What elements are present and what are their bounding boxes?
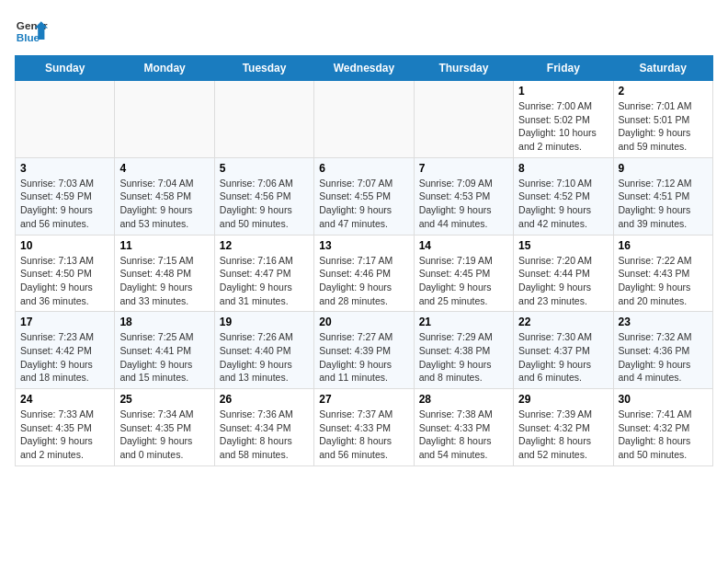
day-number: 4 <box>119 162 209 175</box>
calendar-day-cell: 29Sunrise: 7:39 AM Sunset: 4:32 PM Dayli… <box>514 389 613 466</box>
day-info: Sunrise: 7:34 AM Sunset: 4:35 PM Dayligh… <box>119 408 209 462</box>
day-number: 26 <box>220 393 309 406</box>
day-number: 1 <box>518 85 608 98</box>
svg-text:Blue: Blue <box>17 31 40 43</box>
calendar-day-cell: 11Sunrise: 7:15 AM Sunset: 4:48 PM Dayli… <box>115 235 214 312</box>
day-info: Sunrise: 7:00 AM Sunset: 5:02 PM Dayligh… <box>518 99 608 154</box>
calendar-day-cell: 26Sunrise: 7:36 AM Sunset: 4:34 PM Dayli… <box>214 389 313 466</box>
calendar-day-cell: 28Sunrise: 7:38 AM Sunset: 4:33 PM Dayli… <box>414 389 513 466</box>
day-number: 28 <box>419 393 508 406</box>
calendar-day-cell <box>414 81 513 158</box>
day-number: 29 <box>518 393 608 406</box>
calendar-day-cell <box>115 81 214 158</box>
calendar-day-cell: 15Sunrise: 7:20 AM Sunset: 4:44 PM Dayli… <box>514 235 613 312</box>
day-info: Sunrise: 7:17 AM Sunset: 4:46 PM Dayligh… <box>319 254 408 308</box>
day-number: 21 <box>419 316 508 328</box>
day-number: 15 <box>518 239 608 252</box>
day-info: Sunrise: 7:06 AM Sunset: 4:56 PM Dayligh… <box>220 177 309 231</box>
calendar-day-cell: 17Sunrise: 7:23 AM Sunset: 4:42 PM Dayli… <box>16 312 115 389</box>
calendar-day-cell: 5Sunrise: 7:06 AM Sunset: 4:56 PM Daylig… <box>214 157 313 235</box>
calendar-day-cell: 8Sunrise: 7:10 AM Sunset: 4:52 PM Daylig… <box>514 157 613 235</box>
calendar-day-cell: 22Sunrise: 7:30 AM Sunset: 4:37 PM Dayli… <box>514 312 613 389</box>
day-info: Sunrise: 7:27 AM Sunset: 4:39 PM Dayligh… <box>319 330 408 385</box>
day-info: Sunrise: 7:33 AM Sunset: 4:35 PM Dayligh… <box>20 408 109 462</box>
calendar-day-cell: 20Sunrise: 7:27 AM Sunset: 4:39 PM Dayli… <box>314 312 414 389</box>
day-info: Sunrise: 7:26 AM Sunset: 4:40 PM Dayligh… <box>220 330 309 385</box>
calendar-day-cell <box>314 81 414 158</box>
calendar-day-cell: 7Sunrise: 7:09 AM Sunset: 4:53 PM Daylig… <box>414 157 513 235</box>
day-number: 6 <box>319 162 408 175</box>
day-number: 23 <box>619 316 708 328</box>
day-info: Sunrise: 7:30 AM Sunset: 4:37 PM Dayligh… <box>518 330 608 385</box>
day-info: Sunrise: 7:10 AM Sunset: 4:52 PM Dayligh… <box>518 177 608 231</box>
day-number: 22 <box>518 316 608 328</box>
day-info: Sunrise: 7:04 AM Sunset: 4:58 PM Dayligh… <box>119 177 209 231</box>
day-info: Sunrise: 7:01 AM Sunset: 5:01 PM Dayligh… <box>619 99 708 154</box>
calendar-day-cell: 30Sunrise: 7:41 AM Sunset: 4:32 PM Dayli… <box>613 389 712 466</box>
day-info: Sunrise: 7:12 AM Sunset: 4:51 PM Dayligh… <box>619 177 708 231</box>
day-number: 9 <box>619 162 708 175</box>
calendar-day-cell: 16Sunrise: 7:22 AM Sunset: 4:43 PM Dayli… <box>613 235 712 312</box>
day-info: Sunrise: 7:16 AM Sunset: 4:47 PM Dayligh… <box>220 254 309 308</box>
calendar-day-cell: 2Sunrise: 7:01 AM Sunset: 5:01 PM Daylig… <box>613 81 712 158</box>
calendar-day-cell: 13Sunrise: 7:17 AM Sunset: 4:46 PM Dayli… <box>314 235 414 312</box>
day-number: 30 <box>619 393 708 406</box>
calendar-day-cell: 4Sunrise: 7:04 AM Sunset: 4:58 PM Daylig… <box>115 157 214 235</box>
calendar-day-cell: 19Sunrise: 7:26 AM Sunset: 4:40 PM Dayli… <box>214 312 313 389</box>
day-number: 11 <box>119 239 209 252</box>
day-number: 25 <box>119 393 209 406</box>
day-number: 13 <box>319 239 408 252</box>
day-number: 5 <box>220 162 309 175</box>
calendar-day-cell: 6Sunrise: 7:07 AM Sunset: 4:55 PM Daylig… <box>314 157 414 235</box>
day-number: 2 <box>619 85 708 98</box>
calendar-week-row: 24Sunrise: 7:33 AM Sunset: 4:35 PM Dayli… <box>16 389 713 466</box>
day-info: Sunrise: 7:39 AM Sunset: 4:32 PM Dayligh… <box>518 408 608 462</box>
calendar-day-cell: 12Sunrise: 7:16 AM Sunset: 4:47 PM Dayli… <box>214 235 313 312</box>
page-header: General Blue <box>15 15 713 48</box>
day-number: 19 <box>220 316 309 328</box>
day-number: 14 <box>419 239 508 252</box>
calendar-day-cell <box>16 81 115 158</box>
calendar-week-row: 10Sunrise: 7:13 AM Sunset: 4:50 PM Dayli… <box>16 235 713 312</box>
calendar-day-cell: 25Sunrise: 7:34 AM Sunset: 4:35 PM Dayli… <box>115 389 214 466</box>
weekday-header-row: SundayMondayTuesdayWednesdayThursdayFrid… <box>16 56 713 81</box>
weekday-header-thursday: Thursday <box>414 56 513 81</box>
day-info: Sunrise: 7:25 AM Sunset: 4:41 PM Dayligh… <box>119 330 209 385</box>
day-info: Sunrise: 7:03 AM Sunset: 4:59 PM Dayligh… <box>20 177 109 231</box>
day-number: 3 <box>20 162 109 175</box>
day-info: Sunrise: 7:36 AM Sunset: 4:34 PM Dayligh… <box>220 408 309 462</box>
day-number: 8 <box>518 162 608 175</box>
day-info: Sunrise: 7:09 AM Sunset: 4:53 PM Dayligh… <box>419 177 508 231</box>
calendar-week-row: 3Sunrise: 7:03 AM Sunset: 4:59 PM Daylig… <box>16 157 713 235</box>
day-info: Sunrise: 7:19 AM Sunset: 4:45 PM Dayligh… <box>419 254 508 308</box>
calendar-day-cell: 14Sunrise: 7:19 AM Sunset: 4:45 PM Dayli… <box>414 235 513 312</box>
calendar-week-row: 17Sunrise: 7:23 AM Sunset: 4:42 PM Dayli… <box>16 312 713 389</box>
day-info: Sunrise: 7:29 AM Sunset: 4:38 PM Dayligh… <box>419 330 508 385</box>
day-number: 24 <box>20 393 109 406</box>
weekday-header-saturday: Saturday <box>613 56 712 81</box>
calendar-day-cell: 9Sunrise: 7:12 AM Sunset: 4:51 PM Daylig… <box>613 157 712 235</box>
day-number: 18 <box>119 316 209 328</box>
day-number: 27 <box>319 393 408 406</box>
day-info: Sunrise: 7:07 AM Sunset: 4:55 PM Dayligh… <box>319 177 408 231</box>
day-info: Sunrise: 7:32 AM Sunset: 4:36 PM Dayligh… <box>619 330 708 385</box>
calendar-day-cell: 3Sunrise: 7:03 AM Sunset: 4:59 PM Daylig… <box>16 157 115 235</box>
weekday-header-tuesday: Tuesday <box>214 56 313 81</box>
calendar-day-cell <box>214 81 313 158</box>
calendar-day-cell: 21Sunrise: 7:29 AM Sunset: 4:38 PM Dayli… <box>414 312 513 389</box>
day-number: 7 <box>419 162 508 175</box>
weekday-header-sunday: Sunday <box>16 56 115 81</box>
logo-icon: General Blue <box>15 15 48 48</box>
calendar-day-cell: 23Sunrise: 7:32 AM Sunset: 4:36 PM Dayli… <box>613 312 712 389</box>
calendar-day-cell: 1Sunrise: 7:00 AM Sunset: 5:02 PM Daylig… <box>514 81 613 158</box>
calendar-day-cell: 24Sunrise: 7:33 AM Sunset: 4:35 PM Dayli… <box>16 389 115 466</box>
day-info: Sunrise: 7:41 AM Sunset: 4:32 PM Dayligh… <box>619 408 708 462</box>
day-info: Sunrise: 7:15 AM Sunset: 4:48 PM Dayligh… <box>119 254 209 308</box>
calendar-day-cell: 10Sunrise: 7:13 AM Sunset: 4:50 PM Dayli… <box>16 235 115 312</box>
day-number: 16 <box>619 239 708 252</box>
day-number: 20 <box>319 316 408 328</box>
day-info: Sunrise: 7:13 AM Sunset: 4:50 PM Dayligh… <box>20 254 109 308</box>
day-number: 12 <box>220 239 309 252</box>
calendar-day-cell: 18Sunrise: 7:25 AM Sunset: 4:41 PM Dayli… <box>115 312 214 389</box>
calendar-table: SundayMondayTuesdayWednesdayThursdayFrid… <box>15 55 713 466</box>
